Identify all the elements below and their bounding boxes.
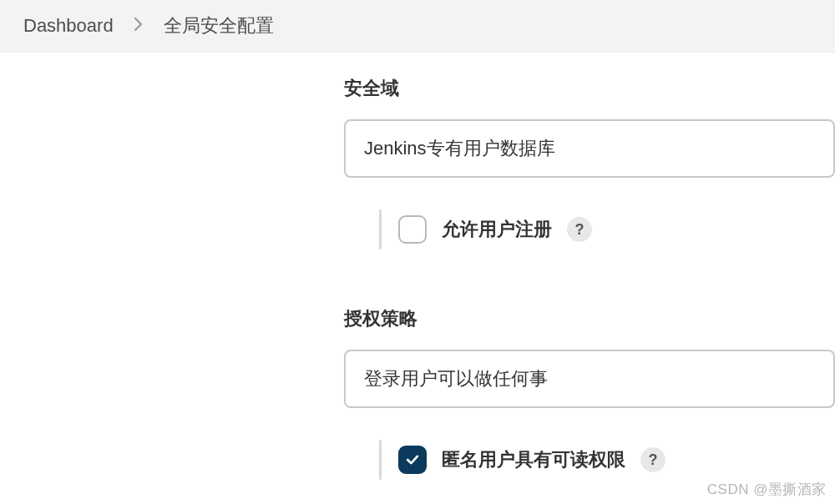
main-content: 安全域 Jenkins专有用户数据库 允许用户注册 ? 授权策略 登录用户可以做… [0, 53, 835, 480]
indent-bar-icon [379, 440, 382, 480]
anonymous-read-checkbox[interactable] [398, 446, 427, 474]
anonymous-read-row: 匿名用户具有可读权限 ? [379, 440, 835, 480]
breadcrumb: Dashboard 全局安全配置 [0, 0, 835, 53]
allow-signup-checkbox[interactable] [398, 215, 427, 244]
help-icon[interactable]: ? [640, 447, 665, 472]
chevron-right-icon [134, 17, 144, 36]
allow-signup-group: 允许用户注册 ? [398, 215, 592, 244]
allow-signup-label: 允许用户注册 [442, 217, 552, 242]
indent-bar-icon [379, 209, 382, 249]
allow-signup-row: 允许用户注册 ? [379, 209, 835, 249]
breadcrumb-current[interactable]: 全局安全配置 [164, 13, 274, 38]
security-realm-select[interactable]: Jenkins专有用户数据库 [344, 119, 835, 178]
watermark-text: CSDN @墨撕酒家 [707, 480, 827, 499]
security-realm-label: 安全域 [344, 76, 835, 101]
help-icon[interactable]: ? [567, 217, 592, 242]
authorization-select[interactable]: 登录用户可以做任何事 [344, 350, 835, 408]
anonymous-read-label: 匿名用户具有可读权限 [442, 447, 625, 472]
anonymous-read-group: 匿名用户具有可读权限 ? [398, 446, 665, 474]
authorization-label: 授权策略 [344, 306, 835, 331]
breadcrumb-dashboard-link[interactable]: Dashboard [23, 15, 114, 37]
